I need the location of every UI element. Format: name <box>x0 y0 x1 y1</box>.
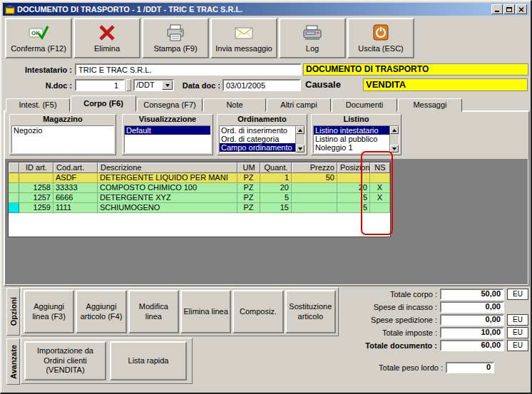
tab-consegna[interactable]: Consegna (F7) <box>137 98 203 112</box>
totale-documento-label: Totale documento : <box>342 341 440 350</box>
table-row[interactable]: 1259 1111 SCHIUMOGENO PZ 15 5 <box>9 203 390 213</box>
list-item-campo-ordinamento[interactable]: Campo ordinamento <box>220 143 295 152</box>
spese-spedizione-value[interactable]: 0,00 <box>440 314 504 326</box>
cell-id-art: 1259 <box>19 203 53 213</box>
totale-imposte-currency-button[interactable]: EU <box>507 327 528 338</box>
doc-type-combo[interactable]: /DDT <box>133 79 174 91</box>
table-row[interactable]: ASDF DETERGENTE LIQUIDO PER MANI PZ 1 50 <box>9 173 390 183</box>
log-label: Log <box>306 44 319 53</box>
cell-cod-art: ASDF <box>53 173 98 183</box>
cell-descrizione: SCHIUMOGENO <box>98 203 237 213</box>
delete-button[interactable]: Elimina <box>73 18 140 58</box>
totale-corpo-value[interactable]: 50,00 <box>440 289 504 300</box>
scroll-up-icon[interactable] <box>296 126 305 134</box>
send-message-button[interactable]: Invia messaggio <box>210 18 277 58</box>
tab-intest[interactable]: Intest. (F5) <box>6 98 70 112</box>
spese-spedizione-currency-button[interactable]: EU <box>507 314 528 326</box>
visualizzazione-title: Visualizzazione <box>123 115 213 124</box>
add-article-button[interactable]: Aggiungi articolo (F4) <box>76 290 126 333</box>
totals-row: Totale imposte : 10,00 EU <box>342 326 528 338</box>
table-row[interactable]: 1257 6666 DETERGENTE XYZ PZ 5 5 X <box>9 193 390 203</box>
scroll-down-icon[interactable] <box>390 145 399 152</box>
close-button[interactable] <box>516 4 527 14</box>
tab-note[interactable]: Note <box>203 98 266 112</box>
intestatario-label: Intestatario : <box>6 65 72 75</box>
ndoc-field[interactable]: 1 <box>75 79 125 91</box>
magazzino-title: Magazzino <box>10 115 116 124</box>
visualizzazione-group: Visualizzazione Default <box>122 114 213 155</box>
cell-descrizione: DETERGENTE LIQUIDO PER MANI <box>98 173 237 183</box>
cell-cod-art: 1111 <box>53 203 98 213</box>
totale-corpo-currency-button[interactable]: EU <box>507 289 528 300</box>
listino-group: Listino Listino intestatario Listino al … <box>311 114 401 155</box>
ordinamento-scrollbar[interactable] <box>295 126 305 152</box>
side-tab-opzioni[interactable]: Opzioni <box>6 288 20 336</box>
listino-listbox: Listino intestatario Listino al pubblico… <box>313 125 399 153</box>
col-header-prezzo[interactable]: Prezzo <box>292 162 337 173</box>
maximize-button[interactable] <box>503 4 515 14</box>
doc-type-banner: DOCUMENTO DI TRASPORTO <box>303 63 528 76</box>
envelope-icon <box>233 24 255 42</box>
title-bar[interactable]: DOCUMENTO DI TRASPORTO - 1 /DDT - TRIC E… <box>3 3 529 16</box>
col-header-id-art[interactable]: ID art. <box>19 162 53 173</box>
list-item-ord-categoria[interactable]: Ord. di categoria <box>220 135 295 143</box>
composition-button[interactable]: Composiz. <box>232 290 283 333</box>
avanzate-label: Avanzate <box>9 345 18 379</box>
confirm-button[interactable]: OK Conferma (F12) <box>5 18 72 58</box>
totale-documento-currency-button[interactable]: EU <box>507 340 528 351</box>
printer-icon <box>165 24 186 42</box>
delete-line-button[interactable]: Elimina linea <box>180 290 231 333</box>
minimize-button[interactable] <box>491 4 503 14</box>
print-button[interactable]: Stampa (F9) <box>142 18 209 58</box>
edit-line-button[interactable]: Modifica linea <box>128 290 179 333</box>
tab-altri-campi[interactable]: Altri campi <box>267 98 331 112</box>
list-item-listino-intestatario[interactable]: Listino intestatario <box>314 126 389 135</box>
col-header-quant[interactable]: Quant. <box>260 162 292 173</box>
listino-scrollbar[interactable] <box>389 126 399 152</box>
list-item-default[interactable]: Default <box>125 126 210 135</box>
totale-documento-value[interactable]: 60,00 <box>440 340 504 351</box>
side-tab-avanzate[interactable]: Avanzate <box>6 338 20 385</box>
listino-title: Listino <box>312 115 401 124</box>
delete-label: Elimina <box>94 44 120 53</box>
cell-um: PZ <box>237 203 260 213</box>
confirm-label: Conferma (F12) <box>11 44 66 53</box>
list-item-listino-pubblico[interactable]: Listino al pubblico <box>314 135 389 143</box>
list-item-ord-inserimento[interactable]: Ord. di inserimento <box>220 126 295 135</box>
col-header-cod-art[interactable]: Cod.art. <box>53 162 98 173</box>
add-line-button[interactable]: Aggiungi linea (F3) <box>24 290 74 333</box>
tab-documenti[interactable]: Documenti <box>332 98 397 112</box>
totale-imposte-value[interactable]: 10,00 <box>440 327 504 338</box>
spese-incasso-value[interactable]: 0,00 <box>440 301 504 313</box>
quick-list-button[interactable]: Lista rapida <box>110 341 187 380</box>
data-doc-field[interactable]: 03/01/2005 <box>222 79 301 91</box>
col-header-um[interactable]: UM <box>237 162 260 173</box>
list-item-negozio[interactable]: Negozio <box>12 126 113 135</box>
import-orders-button[interactable]: Importazione da Ordini clienti (VENDITA) <box>24 341 106 380</box>
replace-article-button[interactable]: Sostituzione articolo <box>285 290 336 333</box>
chevron-down-icon[interactable] <box>162 81 173 90</box>
peso-lordo-value[interactable]: 0 <box>446 362 494 373</box>
print-label: Stampa (F9) <box>153 44 197 53</box>
table-row[interactable]: 1258 33333 COMPOSTO CHIMICO 100 PZ 20 20… <box>9 183 390 193</box>
visualizzazione-listbox: Default <box>124 125 211 153</box>
tab-corpo[interactable]: Corpo (F6) <box>71 95 136 112</box>
causale-field[interactable]: VENDITA <box>363 78 528 91</box>
totals-row: Totale documento : 60,00 EU <box>342 339 528 351</box>
opzioni-label: Opzioni <box>9 297 18 326</box>
magazzino-listbox: Negozio <box>11 125 114 153</box>
ndoc-grip[interactable] <box>126 79 131 91</box>
log-button[interactable]: Log <box>279 18 346 58</box>
scroll-down-icon[interactable] <box>296 145 305 152</box>
cell-descrizione: DETERGENTE XYZ <box>98 193 237 203</box>
col-header-descrizione[interactable]: Descrizione <box>98 162 237 173</box>
cell-quant: 20 <box>260 183 292 193</box>
totale-corpo-label: Totale corpo : <box>342 290 440 299</box>
items-grid: ID art. Cod.art. Descrizione UM Quant. P… <box>8 162 391 237</box>
intestatario-field[interactable]: TRIC E TRAC S.R.L. <box>75 63 302 76</box>
toolbar: OK Conferma (F12) Elimina Stampa (F9) In… <box>5 18 528 59</box>
tab-messaggi[interactable]: Messaggi <box>398 98 462 112</box>
exit-button[interactable]: Uscita (ESC) <box>347 18 414 58</box>
ordinamento-listbox: Ord. di inserimento Ord. di categoria Ca… <box>219 125 305 153</box>
scroll-up-icon[interactable] <box>390 126 399 134</box>
